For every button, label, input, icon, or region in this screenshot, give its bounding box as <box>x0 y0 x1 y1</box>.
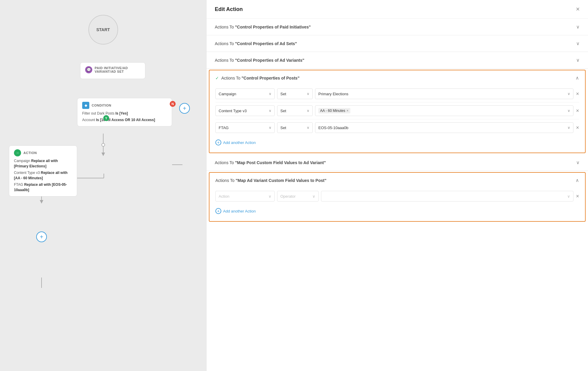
accordion-header-adsets[interactable]: Actions To "Control Properties of Ad Set… <box>206 35 588 52</box>
add-action-map-ad-button[interactable]: + Add another Action <box>215 204 256 215</box>
campaign-field-label: Campaign <box>219 92 236 96</box>
accordion-header-paid[interactable]: Actions To "Control Properties of Paid I… <box>206 19 588 35</box>
empty-row-delete-btn[interactable]: × <box>576 193 579 199</box>
empty-operator-label: Operator <box>280 194 295 199</box>
svg-point-4 <box>102 143 105 146</box>
action-line-3: FTAG Replace all with [EOS-05-10aaa0b] <box>14 182 72 193</box>
no-branch-label: N <box>170 101 176 107</box>
posts-bold: "Control Properties of Posts" <box>241 76 299 80</box>
map-ad-bold: "Map Ad Variant Custom Field Values to P… <box>236 178 326 183</box>
campaign-value-label: Primary Elections <box>318 92 348 96</box>
accordion-header-posts[interactable]: ✓ Actions To "Control Properties of Post… <box>209 70 585 85</box>
section-map-post-to-ad: Actions To "Map Post Custom Field Values… <box>206 154 588 171</box>
paid-node-label: PAID INITIATIVE/AD VARIANT/AD SET <box>95 66 140 73</box>
add-condition-n-button[interactable]: + <box>179 103 190 114</box>
paid-bold: "Control Properties of Paid Initiatives" <box>235 25 311 29</box>
action-line-2: Content Type v3 Replace all with [AA - 6… <box>14 170 72 181</box>
action-node: → ACTION Campaign Replace all with [Prim… <box>9 145 77 196</box>
action-row-empty: Action ∨ Operator ∨ ∨ × <box>215 188 579 204</box>
section-ad-variants: Actions To "Control Properties of Ad Var… <box>206 52 588 69</box>
accordion-header-advariants[interactable]: Actions To "Control Properties of Ad Var… <box>206 52 588 68</box>
add-action-posts-button[interactable]: + Add another Action <box>215 136 256 147</box>
section-paid-initiatives: Actions To "Control Properties of Paid I… <box>206 19 588 35</box>
content-type-field-select[interactable]: Content Type v3 ∨ <box>215 105 275 116</box>
condition-node: ◆ CONDITION Filter out Dark Posts Is [Ye… <box>77 98 172 126</box>
condition-node-icon: ◆ <box>82 102 89 109</box>
content-type-operator-select[interactable]: Set ∨ <box>277 105 313 116</box>
ftag-delete-btn[interactable]: × <box>576 125 579 131</box>
flow-panel: START 💬 PAID INITIATIVE/AD VARIANT/AD SE… <box>0 0 206 371</box>
action-row-campaign: Campaign ∨ Set ∨ Primary Elections ∨ × <box>215 85 579 102</box>
paid-node: 💬 PAID INITIATIVE/AD VARIANT/AD SET <box>80 62 145 79</box>
map-post-bold: "Map Post Custom Field Values to Ad Vari… <box>235 160 326 165</box>
add-action-posts-label: Add another Action <box>223 140 256 145</box>
content-type-tag-label: AA - 60 Minutes <box>320 109 345 113</box>
ftag-value-chevron: ∨ <box>568 126 570 130</box>
chevron-adsets: ∨ <box>576 41 580 46</box>
content-type-field-label: Content Type v3 <box>219 109 247 113</box>
section-ad-sets: Actions To "Control Properties of Ad Set… <box>206 35 588 52</box>
action-row-content-type: Content Type v3 ∨ Set ∨ AA - 60 Minutes … <box>215 102 579 119</box>
chevron-paid: ∨ <box>576 24 580 30</box>
yes-branch-label: Y <box>103 115 109 121</box>
advariants-bold: "Control Properties of Ad Variants" <box>235 58 304 63</box>
chevron-map-ad: ∧ <box>576 177 579 183</box>
start-node: START <box>88 15 118 45</box>
add-action-map-ad-label: Add another Action <box>223 209 256 213</box>
content-type-field-chevron: ∨ <box>269 109 271 113</box>
action-node-label: ACTION <box>23 151 37 155</box>
empty-action-field-select[interactable]: Action ∨ <box>215 191 275 202</box>
accordion-header-map-ad[interactable]: Actions To "Map Ad Variant Custom Field … <box>209 173 585 188</box>
ftag-field-chevron: ∨ <box>269 126 271 130</box>
empty-value-select[interactable]: ∨ <box>321 191 573 202</box>
campaign-operator-select[interactable]: Set ∨ <box>277 88 313 99</box>
content-type-value-chevron: ∨ <box>568 109 570 113</box>
ftag-value-label: EOS-05-10aaa0b <box>318 126 348 130</box>
campaign-field-chevron: ∨ <box>269 92 271 96</box>
paid-node-icon: 💬 <box>85 66 92 73</box>
add-action-bottom-button[interactable]: + <box>36 232 47 242</box>
ftag-operator-select[interactable]: Set ∨ <box>277 122 313 133</box>
add-action-map-ad-icon: + <box>215 208 221 214</box>
add-action-posts-icon: + <box>215 139 221 145</box>
content-type-tag: AA - 60 Minutes × <box>318 108 350 113</box>
campaign-operator-chevron: ∨ <box>307 92 309 96</box>
ftag-value-select[interactable]: EOS-05-10aaa0b ∨ <box>315 122 573 133</box>
action-node-icon: → <box>14 149 21 156</box>
map-ad-body: Action ∨ Operator ∨ ∨ × + Add another Ac… <box>209 188 585 221</box>
ftag-field-select[interactable]: FTAG ∨ <box>215 122 275 133</box>
empty-action-label: Action <box>219 194 229 199</box>
empty-operator-chevron: ∨ <box>312 194 315 199</box>
chevron-map-post: ∨ <box>576 160 580 165</box>
posts-body: Campaign ∨ Set ∨ Primary Elections ∨ × C… <box>209 85 585 153</box>
chevron-advariants: ∨ <box>576 57 580 63</box>
posts-checkmark: ✓ <box>215 76 219 80</box>
edit-panel-title: Edit Action <box>215 6 243 12</box>
accordion-header-map-post[interactable]: Actions To "Map Post Custom Field Values… <box>206 154 588 171</box>
campaign-value-chevron: ∨ <box>568 92 570 96</box>
chevron-posts: ∧ <box>576 75 579 81</box>
condition-node-label: CONDITION <box>92 104 111 107</box>
adsets-bold: "Control Properties of Ad Sets" <box>235 41 297 46</box>
empty-value-chevron: ∨ <box>567 194 570 199</box>
campaign-delete-btn[interactable]: × <box>576 91 579 97</box>
edit-panel-header: Edit Action × <box>206 0 588 19</box>
campaign-value-select[interactable]: Primary Elections ∨ <box>315 88 573 99</box>
action-row-ftag: FTAG ∨ Set ∨ EOS-05-10aaa0b ∨ × <box>215 119 579 136</box>
section-posts: ✓ Actions To "Control Properties of Post… <box>209 70 586 153</box>
ftag-operator-label: Set <box>280 126 286 130</box>
empty-action-chevron: ∨ <box>268 194 271 199</box>
condition-filter-line: Filter out Dark Posts Is [Yes] <box>82 111 167 116</box>
content-type-operator-chevron: ∨ <box>307 109 309 113</box>
close-button[interactable]: × <box>576 6 580 12</box>
action-line-1: Campaign Replace all with [Primary Elect… <box>14 158 72 169</box>
edit-panel: Edit Action × Actions To "Control Proper… <box>206 0 588 371</box>
campaign-field-select[interactable]: Campaign ∨ <box>215 88 275 99</box>
content-type-tag-close[interactable]: × <box>347 109 349 113</box>
content-type-delete-btn[interactable]: × <box>576 108 579 114</box>
ftag-field-label: FTAG <box>219 126 229 130</box>
condition-account-line: Account Is [10 All Access OR 10 All Acce… <box>82 117 167 123</box>
empty-operator-select[interactable]: Operator ∨ <box>277 191 319 202</box>
section-map-ad-to-post: Actions To "Map Ad Variant Custom Field … <box>209 172 586 222</box>
content-type-value-select[interactable]: AA - 60 Minutes × ∨ <box>315 105 573 116</box>
